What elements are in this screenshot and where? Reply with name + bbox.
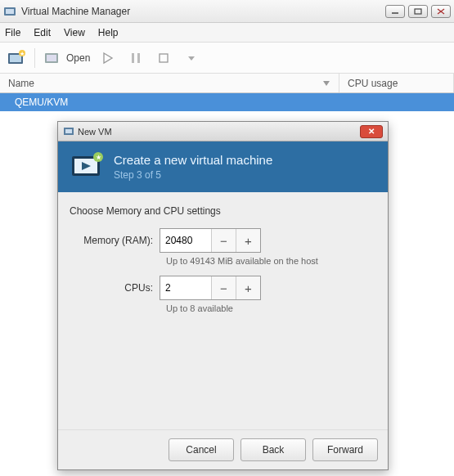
- minimize-button[interactable]: [385, 5, 405, 18]
- connection-row[interactable]: QEMU/KVM: [0, 93, 454, 111]
- column-cpu[interactable]: CPU usage: [339, 74, 454, 92]
- svg-rect-11: [47, 55, 56, 61]
- forward-button[interactable]: Forward: [312, 438, 378, 461]
- memory-input[interactable]: [160, 229, 211, 252]
- dialog-buttons: Cancel Back Forward: [58, 429, 388, 469]
- cpu-hint: Up to 8 available: [166, 303, 376, 313]
- window-title: Virtual Machine Manager: [21, 6, 385, 17]
- dialog-title: New VM: [78, 127, 360, 137]
- memory-field: Memory (RAM): − +: [70, 228, 376, 253]
- column-name[interactable]: Name: [0, 74, 339, 92]
- new-vm-dialog: New VM ✕ ★ Create a new virtual machine …: [57, 121, 389, 470]
- svg-marker-16: [188, 56, 195, 61]
- menu-help[interactable]: Help: [98, 27, 119, 38]
- cancel-button[interactable]: Cancel: [169, 438, 234, 461]
- pause-button[interactable]: [126, 48, 146, 68]
- svg-rect-13: [132, 53, 134, 63]
- menu-view[interactable]: View: [64, 27, 85, 38]
- cpu-input[interactable]: [160, 276, 211, 299]
- new-vm-button[interactable]: ★: [7, 48, 26, 68]
- svg-rect-14: [137, 53, 140, 63]
- svg-text:★: ★: [20, 51, 25, 56]
- column-headers: Name CPU usage: [0, 74, 454, 93]
- cpu-increment-button[interactable]: +: [236, 276, 260, 299]
- connection-label: QEMU/KVM: [15, 97, 68, 108]
- memory-label: Memory (RAM):: [70, 235, 160, 246]
- wizard-icon: ★: [70, 151, 104, 182]
- cpu-spinner: − +: [160, 276, 261, 300]
- close-icon: ✕: [368, 127, 375, 136]
- memory-increment-button[interactable]: +: [236, 229, 260, 252]
- open-label: Open: [66, 52, 90, 64]
- col-name-label: Name: [8, 78, 34, 89]
- chevron-down-icon: [322, 79, 330, 88]
- cpu-decrement-button[interactable]: −: [211, 276, 236, 299]
- svg-marker-17: [323, 81, 330, 86]
- step-label: Step 3 of 5: [114, 169, 272, 181]
- svg-marker-12: [104, 53, 112, 63]
- dropdown-icon[interactable]: [182, 48, 201, 68]
- separator: [34, 48, 35, 68]
- main-titlebar: Virtual Machine Manager: [0, 0, 454, 23]
- col-cpu-label: CPU usage: [348, 78, 398, 89]
- menu-file[interactable]: File: [5, 27, 20, 38]
- open-button[interactable]: Open: [43, 50, 90, 66]
- svg-text:★: ★: [96, 154, 101, 161]
- memory-hint: Up to 49143 MiB available on the host: [166, 256, 376, 266]
- menubar: File Edit View Help: [0, 23, 454, 43]
- dialog-close-button[interactable]: ✕: [360, 125, 383, 138]
- cpu-field: CPUs: − +: [70, 276, 376, 300]
- section-title: Choose Memory and CPU settings: [70, 205, 376, 217]
- dialog-header: ★ Create a new virtual machine Step 3 of…: [58, 141, 388, 192]
- close-button[interactable]: [431, 5, 451, 18]
- dialog-heading: Create a new virtual machine: [114, 153, 272, 167]
- svg-rect-1: [6, 9, 14, 14]
- dialog-titlebar: New VM ✕: [58, 122, 388, 141]
- app-icon: [3, 5, 16, 18]
- memory-decrement-button[interactable]: −: [211, 229, 236, 252]
- svg-rect-15: [160, 54, 168, 62]
- svg-rect-3: [415, 9, 421, 14]
- menu-edit[interactable]: Edit: [34, 27, 51, 38]
- play-button[interactable]: [98, 48, 118, 68]
- dialog-icon: [63, 126, 74, 137]
- svg-rect-19: [65, 129, 72, 133]
- back-button[interactable]: Back: [240, 438, 306, 461]
- toolbar: ★ Open: [0, 43, 454, 74]
- memory-spinner: − +: [160, 228, 261, 253]
- dialog-body: Choose Memory and CPU settings Memory (R…: [58, 192, 388, 429]
- maximize-button[interactable]: [408, 5, 428, 18]
- cpu-label: CPUs:: [70, 282, 160, 294]
- stop-button[interactable]: [154, 48, 173, 68]
